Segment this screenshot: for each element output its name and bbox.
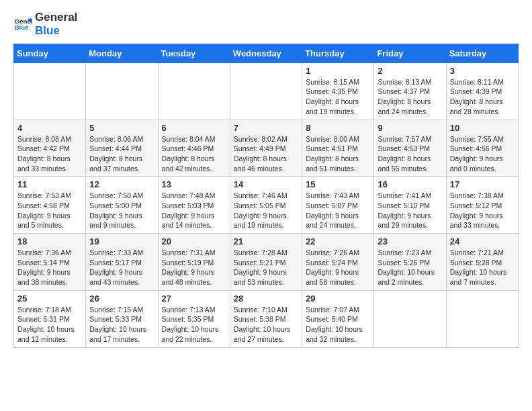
calendar-cell: 2Sunrise: 8:13 AM Sunset: 4:37 PM Daylig… [374, 62, 446, 120]
calendar-cell: 23Sunrise: 7:23 AM Sunset: 5:26 PM Dayli… [374, 234, 446, 291]
calendar-cell: 9Sunrise: 7:57 AM Sunset: 4:53 PM Daylig… [374, 120, 446, 177]
day-info: Sunrise: 8:02 AM Sunset: 4:49 PM Dayligh… [234, 134, 298, 174]
calendar-cell: 10Sunrise: 7:55 AM Sunset: 4:56 PM Dayli… [446, 120, 518, 177]
day-number: 28 [234, 293, 298, 304]
calendar-table: SundayMondayTuesdayWednesdayThursdayFrid… [13, 44, 519, 348]
day-info: Sunrise: 8:04 AM Sunset: 4:46 PM Dayligh… [162, 134, 226, 174]
day-number: 10 [450, 123, 515, 133]
calendar-cell [158, 62, 230, 120]
calendar-cell: 5Sunrise: 8:06 AM Sunset: 4:44 PM Daylig… [86, 120, 158, 177]
calendar-cell: 8Sunrise: 8:00 AM Sunset: 4:51 PM Daylig… [302, 120, 374, 177]
day-number: 27 [162, 293, 226, 304]
day-info: Sunrise: 7:55 AM Sunset: 4:56 PM Dayligh… [450, 134, 515, 174]
day-number: 25 [17, 293, 82, 304]
day-info: Sunrise: 7:23 AM Sunset: 5:26 PM Dayligh… [378, 248, 442, 287]
day-number: 8 [306, 123, 370, 133]
calendar-cell: 15Sunrise: 7:43 AM Sunset: 5:07 PM Dayli… [302, 177, 374, 234]
logo: General Blue General Blue [13, 11, 77, 38]
calendar-cell: 26Sunrise: 7:15 AM Sunset: 5:33 PM Dayli… [86, 290, 158, 347]
calendar-cell [86, 62, 158, 120]
day-number: 12 [89, 179, 154, 189]
calendar-cell: 3Sunrise: 8:11 AM Sunset: 4:39 PM Daylig… [446, 62, 518, 120]
calendar-cell: 19Sunrise: 7:33 AM Sunset: 5:17 PM Dayli… [86, 234, 158, 291]
day-number: 15 [306, 179, 370, 189]
calendar-cell: 20Sunrise: 7:31 AM Sunset: 5:19 PM Dayli… [158, 234, 230, 291]
day-info: Sunrise: 7:33 AM Sunset: 5:17 PM Dayligh… [89, 248, 154, 287]
day-number: 26 [89, 293, 154, 304]
calendar-cell: 1Sunrise: 8:15 AM Sunset: 4:35 PM Daylig… [302, 62, 374, 120]
day-number: 18 [17, 236, 82, 246]
calendar-cell: 25Sunrise: 7:18 AM Sunset: 5:31 PM Dayli… [14, 290, 86, 347]
day-number: 4 [17, 123, 82, 133]
day-number: 17 [450, 179, 515, 189]
svg-text:Blue: Blue [14, 24, 29, 32]
day-info: Sunrise: 8:11 AM Sunset: 4:39 PM Dayligh… [450, 77, 515, 117]
day-number: 5 [89, 123, 154, 133]
day-header-wednesday: Wednesday [230, 44, 302, 62]
day-number: 1 [306, 66, 370, 76]
calendar-cell: 7Sunrise: 8:02 AM Sunset: 4:49 PM Daylig… [230, 120, 302, 177]
day-info: Sunrise: 7:41 AM Sunset: 5:10 PM Dayligh… [378, 191, 442, 230]
day-info: Sunrise: 7:21 AM Sunset: 5:28 PM Dayligh… [450, 248, 515, 287]
day-number: 9 [378, 123, 442, 133]
calendar-cell: 17Sunrise: 7:38 AM Sunset: 5:12 PM Dayli… [446, 177, 518, 234]
calendar-cell: 11Sunrise: 7:53 AM Sunset: 4:58 PM Dayli… [14, 177, 86, 234]
day-info: Sunrise: 7:31 AM Sunset: 5:19 PM Dayligh… [162, 248, 226, 287]
day-number: 14 [234, 179, 298, 189]
day-info: Sunrise: 7:53 AM Sunset: 4:58 PM Dayligh… [17, 191, 82, 230]
day-number: 11 [17, 179, 82, 189]
calendar-cell [374, 290, 446, 347]
day-header-sunday: Sunday [14, 44, 86, 62]
day-number: 2 [378, 66, 442, 76]
logo-text-general: General [35, 11, 77, 24]
day-number: 29 [306, 293, 370, 304]
logo-icon: General Blue [13, 15, 32, 34]
day-info: Sunrise: 7:57 AM Sunset: 4:53 PM Dayligh… [378, 134, 442, 174]
day-number: 21 [234, 236, 298, 246]
day-info: Sunrise: 7:36 AM Sunset: 5:14 PM Dayligh… [17, 248, 82, 287]
calendar-cell: 18Sunrise: 7:36 AM Sunset: 5:14 PM Dayli… [14, 234, 86, 291]
day-header-saturday: Saturday [446, 44, 518, 62]
day-header-tuesday: Tuesday [158, 44, 230, 62]
day-header-monday: Monday [86, 44, 158, 62]
day-info: Sunrise: 7:50 AM Sunset: 5:00 PM Dayligh… [89, 191, 154, 230]
day-header-thursday: Thursday [302, 44, 374, 62]
calendar-cell: 27Sunrise: 7:13 AM Sunset: 5:35 PM Dayli… [158, 290, 230, 347]
day-info: Sunrise: 7:46 AM Sunset: 5:05 PM Dayligh… [234, 191, 298, 230]
calendar-cell [14, 62, 86, 120]
day-info: Sunrise: 7:10 AM Sunset: 5:38 PM Dayligh… [234, 305, 298, 345]
day-number: 19 [89, 236, 154, 246]
day-info: Sunrise: 8:15 AM Sunset: 4:35 PM Dayligh… [306, 77, 370, 117]
day-number: 13 [162, 179, 226, 189]
day-info: Sunrise: 7:15 AM Sunset: 5:33 PM Dayligh… [89, 305, 154, 345]
day-info: Sunrise: 8:06 AM Sunset: 4:44 PM Dayligh… [89, 134, 154, 174]
day-info: Sunrise: 8:00 AM Sunset: 4:51 PM Dayligh… [306, 134, 370, 174]
day-number: 24 [450, 236, 515, 246]
day-info: Sunrise: 7:48 AM Sunset: 5:03 PM Dayligh… [162, 191, 226, 230]
day-number: 16 [378, 179, 442, 189]
calendar-cell: 29Sunrise: 7:07 AM Sunset: 5:40 PM Dayli… [302, 290, 374, 347]
day-number: 22 [306, 236, 370, 246]
day-header-friday: Friday [374, 44, 446, 62]
calendar-cell [230, 62, 302, 120]
day-info: Sunrise: 7:18 AM Sunset: 5:31 PM Dayligh… [17, 305, 82, 345]
calendar-cell: 24Sunrise: 7:21 AM Sunset: 5:28 PM Dayli… [446, 234, 518, 291]
day-number: 23 [378, 236, 442, 246]
header: General Blue General Blue [13, 11, 519, 38]
calendar-cell: 13Sunrise: 7:48 AM Sunset: 5:03 PM Dayli… [158, 177, 230, 234]
calendar-cell: 14Sunrise: 7:46 AM Sunset: 5:05 PM Dayli… [230, 177, 302, 234]
day-info: Sunrise: 7:43 AM Sunset: 5:07 PM Dayligh… [306, 191, 370, 230]
calendar-cell [446, 290, 518, 347]
calendar-cell: 16Sunrise: 7:41 AM Sunset: 5:10 PM Dayli… [374, 177, 446, 234]
day-number: 20 [162, 236, 226, 246]
calendar-cell: 6Sunrise: 8:04 AM Sunset: 4:46 PM Daylig… [158, 120, 230, 177]
calendar-cell: 21Sunrise: 7:28 AM Sunset: 5:21 PM Dayli… [230, 234, 302, 291]
day-info: Sunrise: 8:13 AM Sunset: 4:37 PM Dayligh… [378, 77, 442, 117]
day-info: Sunrise: 7:13 AM Sunset: 5:35 PM Dayligh… [162, 305, 226, 345]
day-info: Sunrise: 7:07 AM Sunset: 5:40 PM Dayligh… [306, 305, 370, 345]
day-info: Sunrise: 7:26 AM Sunset: 5:24 PM Dayligh… [306, 248, 370, 287]
day-number: 3 [450, 66, 515, 76]
day-info: Sunrise: 7:38 AM Sunset: 5:12 PM Dayligh… [450, 191, 515, 230]
calendar-cell: 4Sunrise: 8:08 AM Sunset: 4:42 PM Daylig… [14, 120, 86, 177]
day-number: 6 [162, 123, 226, 133]
